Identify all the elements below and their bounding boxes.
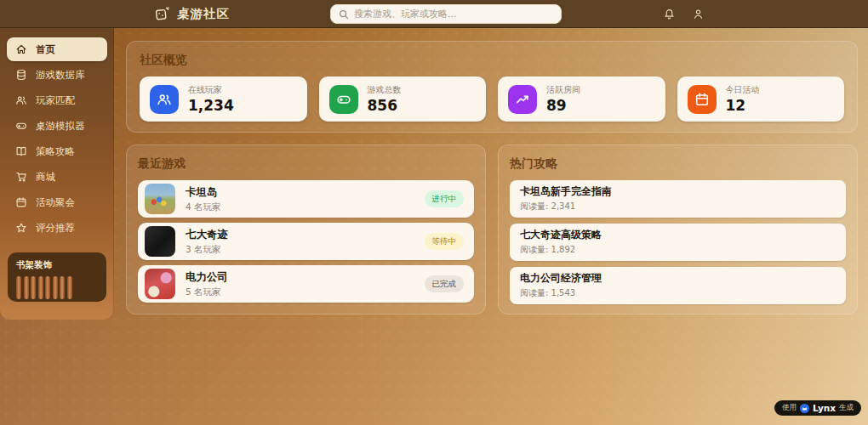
sidebar-item-ratings[interactable]: 评分推荐 [7,216,107,240]
trending-up-icon [508,85,537,114]
stat-card-online-players: 在线玩家 1,234 [140,76,307,122]
users-icon [15,94,27,106]
game-thumbnail [145,184,175,214]
stat-label: 今日活动 [726,84,760,96]
stat-value: 89 [546,97,580,114]
book-spine [45,276,50,299]
sidebar: 首页 游戏数据库 玩家匹配 桌游模拟器 [0,28,114,320]
topbar: 桌游社区 [0,0,868,28]
game-name: 电力公司 [186,270,228,285]
star-icon [15,222,27,234]
book-spine [38,276,43,299]
guide-views: 阅读量: 2,341 [520,201,836,212]
guide-views: 阅读量: 1,892 [520,244,836,256]
sidebar-item-strategy-guides[interactable]: 策略攻略 [7,139,107,163]
main-content: 社区概览 在线玩家 1,234 [114,28,868,425]
search-bar[interactable] [330,4,562,24]
book-spine [60,276,65,299]
user-profile-icon[interactable] [693,8,704,20]
community-overview-section: 社区概览 在线玩家 1,234 [126,41,858,133]
book-spines [16,276,98,299]
sidebar-item-label: 玩家匹配 [36,94,75,107]
game-name: 卡坦岛 [186,185,221,200]
gamepad-icon [15,120,27,132]
guide-row-seven-wonders-advanced[interactable]: 七大奇迹高级策略 阅读量: 1,892 [510,224,846,261]
guide-title: 七大奇迹高级策略 [520,228,836,242]
stat-card-today-events: 今日活动 12 [677,76,845,122]
stat-card-total-games: 游戏总数 856 [319,76,487,122]
status-badge: 进行中 [425,190,465,207]
recent-games-section: 最近游戏 卡坦岛 4 名玩家 进行中 七大奇迹 3 名玩家 等待中 [126,144,486,314]
bookshelf-decoration: 书架装饰 [8,252,106,302]
dice-logo-icon [154,6,170,22]
sidebar-item-label: 游戏数据库 [36,69,85,82]
sidebar-item-shop[interactable]: 商城 [7,165,107,189]
badge-brand: Lynx [813,403,836,413]
status-badge: 已完成 [425,275,465,292]
guide-views: 阅读量: 1,543 [520,287,836,299]
lynx-logo-icon [800,404,809,413]
game-players: 5 名玩家 [186,286,228,298]
game-players: 4 名玩家 [186,201,221,213]
sidebar-item-label: 商城 [36,171,55,184]
book-spine [67,276,72,299]
app-logo: 桌游社区 [154,0,230,28]
section-title-overview: 社区概览 [140,53,844,68]
sidebar-item-label: 桌游模拟器 [36,120,85,133]
book-spine [24,276,29,299]
sidebar-item-label: 策略攻略 [36,145,75,158]
section-title-hot-guides: 热门攻略 [510,156,846,172]
sidebar-item-game-database[interactable]: 游戏数据库 [7,63,107,87]
guide-title: 电力公司经济管理 [520,271,836,286]
game-thumbnail [145,269,175,299]
users-icon [150,85,179,114]
stat-value: 856 [368,97,402,114]
badge-suffix: 生成 [839,403,854,413]
book-spine [16,276,21,299]
book-spine [53,276,58,299]
guide-row-catan-beginner[interactable]: 卡坦岛新手完全指南 阅读量: 2,341 [510,180,846,218]
badge-prefix: 使用 [782,403,797,413]
status-badge: 等待中 [425,233,465,250]
stat-value: 1,234 [188,97,234,114]
guide-title: 卡坦岛新手完全指南 [520,184,836,199]
sidebar-item-label: 首页 [36,43,55,56]
sidebar-item-player-matching[interactable]: 玩家匹配 [7,88,107,112]
search-icon [339,9,349,20]
cart-icon [15,171,27,183]
calendar-icon [15,196,27,208]
home-icon [15,43,27,55]
stats-row: 在线玩家 1,234 游戏总数 856 [140,76,844,122]
calendar-icon [688,85,717,114]
sidebar-item-home[interactable]: 首页 [7,37,107,61]
game-row-catan[interactable]: 卡坦岛 4 名玩家 进行中 [138,180,474,218]
topbar-actions [664,0,704,28]
guide-row-power-grid-economy[interactable]: 电力公司经济管理 阅读量: 1,543 [510,267,846,304]
app-title: 桌游社区 [177,6,230,22]
book-spine [31,276,36,299]
stat-label: 游戏总数 [368,84,402,96]
section-title-recent-games: 最近游戏 [138,156,474,172]
game-row-power-grid[interactable]: 电力公司 5 名玩家 已完成 [138,265,474,303]
game-name: 七大奇迹 [186,228,228,242]
stat-label: 在线玩家 [188,84,234,96]
sidebar-item-events[interactable]: 活动聚会 [7,190,107,214]
lynx-attribution-badge[interactable]: 使用 Lynx 生成 [774,400,861,416]
stat-value: 12 [726,97,760,114]
sidebar-item-label: 活动聚会 [36,196,75,209]
game-players: 3 名玩家 [186,244,228,256]
notifications-bell-icon[interactable] [664,8,675,20]
gamepad-icon [329,85,358,114]
bottom-sections: 最近游戏 卡坦岛 4 名玩家 进行中 七大奇迹 3 名玩家 等待中 [126,144,858,314]
book-icon [15,145,27,157]
database-icon [15,69,27,81]
stat-card-active-rooms: 活跃房间 89 [498,76,665,122]
stat-label: 活跃房间 [546,84,580,96]
hot-guides-section: 热门攻略 卡坦岛新手完全指南 阅读量: 2,341 七大奇迹高级策略 阅读量: … [498,144,858,314]
game-thumbnail [145,226,175,257]
game-row-seven-wonders[interactable]: 七大奇迹 3 名玩家 等待中 [138,223,474,260]
sidebar-item-simulator[interactable]: 桌游模拟器 [7,114,107,138]
sidebar-item-label: 评分推荐 [36,222,75,235]
bookshelf-title: 书架装饰 [16,259,98,271]
search-input[interactable] [354,8,553,20]
